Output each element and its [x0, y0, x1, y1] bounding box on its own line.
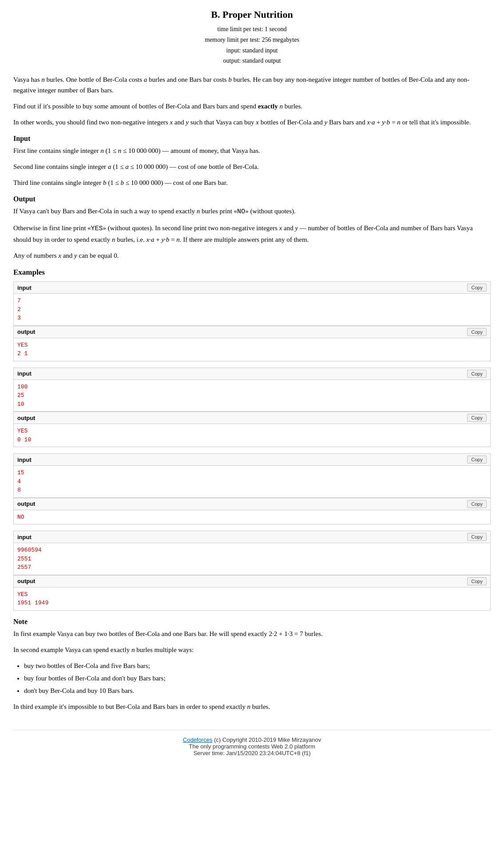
example-2: input Copy 100 25 10 output Copy YES 0 1…: [13, 368, 491, 448]
example-3-output-label: output: [17, 500, 35, 507]
output-para3: Any of numbers x and y can be equal 0.: [13, 250, 491, 261]
note-heading: Note: [13, 618, 491, 626]
example-1-output-header: output Copy: [14, 326, 490, 338]
example-2-output-header: output Copy: [14, 412, 490, 424]
example-3-input-copy-button[interactable]: Copy: [467, 456, 487, 464]
input-para2: Second line contains single integer a (1…: [13, 161, 491, 172]
example-2-input-box: input Copy 100 25 10: [13, 368, 491, 412]
example-4-input-copy-button[interactable]: Copy: [467, 533, 487, 541]
problem-meta: time limit per test: 1 second memory lim…: [13, 24, 491, 66]
example-4-output-content: YES 1951 1949: [14, 588, 490, 610]
footer-line2: The only programming contests Web 2.0 pl…: [13, 743, 491, 750]
example-3-output-box: output Copy NO: [13, 498, 491, 525]
output-para2: Otherwise in first line print «YES» (wit…: [13, 223, 491, 245]
example-1-output-copy-button[interactable]: Copy: [467, 328, 487, 336]
example-3-output-header: output Copy: [14, 498, 490, 510]
output-heading: Output: [13, 195, 491, 203]
problem-body: Vasya has n burles. One bottle of Ber-Co…: [13, 74, 491, 712]
example-4: input Copy 9960594 2551 2557 output Copy…: [13, 531, 491, 611]
example-1-input-header: input Copy: [14, 282, 490, 294]
example-4-input-header: input Copy: [14, 531, 490, 543]
example-2-input-header: input Copy: [14, 368, 490, 380]
example-2-input-content: 100 25 10: [14, 380, 490, 412]
example-4-output-box: output Copy YES 1951 1949: [13, 575, 491, 611]
input-heading: Input: [13, 135, 491, 143]
example-1-output-box: output Copy YES 2 1: [13, 326, 491, 361]
example-4-output-label: output: [17, 578, 35, 584]
example-3: input Copy 15 4 8 output Copy NO: [13, 453, 491, 524]
example-3-output-content: NO: [14, 510, 490, 524]
note-list: buy two bottles of Ber-Cola and five Bar…: [24, 660, 491, 696]
output-type: output: standard output: [13, 56, 491, 66]
example-4-output-copy-button[interactable]: Copy: [467, 577, 487, 585]
example-2-output-copy-button[interactable]: Copy: [467, 414, 487, 422]
note-para2: In second example Vasya can spend exactl…: [13, 644, 491, 655]
statement-para2: Find out if it's possible to buy some am…: [13, 101, 491, 112]
input-para1: First line contains single integer n (1 …: [13, 145, 491, 156]
example-2-input-copy-button[interactable]: Copy: [467, 370, 487, 378]
example-3-input-box: input Copy 15 4 8: [13, 453, 491, 498]
example-2-output-content: YES 0 10: [14, 424, 490, 447]
example-4-input-content: 9960594 2551 2557: [14, 543, 490, 575]
example-1-input-label: input: [17, 284, 32, 291]
example-2-output-box: output Copy YES 0 10: [13, 412, 491, 447]
input-type: input: standard input: [13, 45, 491, 56]
example-4-output-header: output Copy: [14, 576, 490, 588]
footer-line3: Server time: Jan/15/2020 23:24:04UTC+8 (…: [13, 750, 491, 756]
example-1: input Copy 7 2 3 output Copy YES 2 1: [13, 281, 491, 361]
example-1-input-box: input Copy 7 2 3: [13, 281, 491, 326]
example-2-output-label: output: [17, 415, 35, 421]
example-3-input-header: input Copy: [14, 454, 490, 466]
footer: Codeforces (c) Copyright 2010-2019 Mike …: [13, 730, 491, 756]
input-para3: Third line contains single integer b (1 …: [13, 177, 491, 188]
statement-para3: In other words, you should find two non-…: [13, 117, 491, 128]
note-para3: In third example it's impossible to but …: [13, 701, 491, 712]
memory-limit: memory limit per test: 256 megabytes: [13, 35, 491, 45]
note-list-item-2: buy four bottles of Ber-Cola and don't b…: [24, 673, 491, 684]
note-list-item-3: don't buy Ber-Cola and buy 10 Bars bars.: [24, 685, 491, 696]
time-limit: time limit per test: 1 second: [13, 24, 491, 35]
example-3-input-content: 15 4 8: [14, 466, 490, 497]
note-list-item-1: buy two bottles of Ber-Cola and five Bar…: [24, 660, 491, 671]
problem-title: B. Proper Nutrition: [13, 9, 491, 20]
example-3-output-copy-button[interactable]: Copy: [467, 500, 487, 508]
examples-title: Examples: [13, 268, 491, 277]
example-1-output-label: output: [17, 328, 35, 335]
statement-para1: Vasya has n burles. One bottle of Ber-Co…: [13, 74, 491, 96]
example-4-input-box: input Copy 9960594 2551 2557: [13, 531, 491, 575]
example-4-input-label: input: [17, 534, 32, 540]
output-para1: If Vasya can't buy Bars and Ber-Cola in …: [13, 206, 491, 217]
footer-line1: Codeforces (c) Copyright 2010-2019 Mike …: [13, 736, 491, 743]
note-para1: In first example Vasya can buy two bottl…: [13, 628, 491, 639]
example-1-input-content: 7 2 3: [14, 294, 490, 325]
example-1-output-content: YES 2 1: [14, 338, 490, 361]
example-1-input-copy-button[interactable]: Copy: [467, 284, 487, 292]
footer-copyright: (c) Copyright 2010-2019 Mike Mirzayanov: [212, 736, 321, 743]
example-2-input-label: input: [17, 370, 32, 377]
codeforces-link[interactable]: Codeforces: [183, 736, 212, 743]
example-3-input-label: input: [17, 456, 32, 463]
